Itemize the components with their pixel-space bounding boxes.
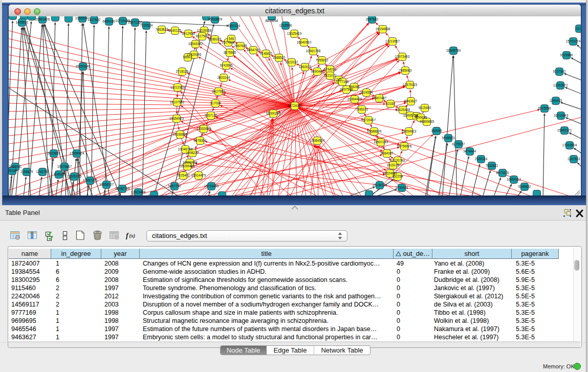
svg-text:10961758: 10961758 [306,49,321,53]
svg-text:9115460: 9115460 [419,106,431,110]
svg-text:15136141: 15136141 [373,183,387,187]
svg-text:12093872: 12093872 [553,83,568,87]
svg-text:18300295: 18300295 [266,112,281,115]
svg-text:9329966: 9329966 [560,53,573,57]
svg-text:7632621: 7632621 [486,164,498,167]
svg-text:1615172: 1615172 [387,163,400,167]
svg-text:16543382: 16543382 [188,42,203,46]
svg-text:8471676: 8471676 [496,171,509,174]
svg-text:12213369: 12213369 [170,85,185,89]
svg-text:16099489: 16099489 [183,161,198,164]
svg-text:8160125: 8160125 [169,29,182,32]
svg-text:9322037: 9322037 [286,60,298,64]
svg-text:(x): (x) [129,233,136,239]
svg-text:19654923: 19654923 [402,129,417,133]
svg-text:1167533: 1167533 [568,157,580,161]
svg-text:8813054: 8813054 [266,19,278,23]
svg-text:1588520: 1588520 [273,56,286,59]
svg-text:746266: 746266 [349,85,360,89]
svg-text:3267130: 3267130 [205,114,217,117]
svg-text:3875685: 3875685 [224,51,236,54]
svg-text:9146821: 9146821 [260,52,273,55]
svg-text:12213967: 12213967 [385,39,400,43]
svg-text:39159: 39159 [9,169,17,172]
svg-text:12923448: 12923448 [131,190,146,194]
svg-text:2935114: 2935114 [475,157,488,161]
svg-text:8186323: 8186323 [209,37,222,41]
svg-text:16154838: 16154838 [376,27,390,31]
svg-text:9327508: 9327508 [222,40,235,44]
svg-text:8454749: 8454749 [247,48,260,52]
svg-text:1498222: 1498222 [186,151,199,155]
svg-text:2020653: 2020653 [48,151,60,155]
svg-text:10688609: 10688609 [367,129,382,133]
svg-text:62160: 62160 [386,102,395,105]
svg-text:16107552: 16107552 [170,100,185,104]
svg-text:1242757: 1242757 [36,170,49,173]
svg-text:5938923: 5938923 [442,136,455,140]
svg-text:9890448: 9890448 [311,70,324,73]
svg-text:164095: 164095 [431,129,442,133]
svg-text:13353594: 13353594 [197,127,211,130]
svg-text:19654923: 19654923 [169,117,184,120]
svg-text:16120746: 16120746 [390,159,405,162]
svg-text:7625402: 7625402 [177,173,190,177]
svg-text:19975867: 19975867 [57,165,72,168]
svg-text:9227342: 9227342 [553,70,566,73]
svg-text:15716485: 15716485 [204,184,219,188]
svg-text:9084067: 9084067 [381,151,394,155]
svg-text:17957225: 17957225 [83,179,98,182]
svg-text:19756928: 19756928 [397,144,412,148]
svg-text:10654112: 10654112 [507,178,521,181]
svg-text:6179197: 6179197 [452,142,465,146]
svg-text:15692371: 15692371 [557,128,572,132]
svg-text:7463822: 7463822 [156,28,168,31]
svg-text:20691406: 20691406 [35,17,50,21]
svg-text:18907249: 18907249 [374,140,388,144]
svg-text:2803144: 2803144 [217,76,230,79]
svg-text:7386372: 7386372 [356,107,368,111]
svg-text:9474444: 9474444 [464,149,476,153]
svg-text:6794024: 6794024 [324,68,337,71]
svg-text:9327503: 9327503 [196,34,209,38]
svg-text:16914479: 16914479 [191,173,206,177]
svg-text:20364436: 20364436 [347,97,362,101]
svg-text:1527602: 1527602 [88,18,101,21]
svg-text:6466160: 6466160 [103,19,116,23]
svg-text:546: 546 [229,37,234,40]
svg-text:17359914: 17359914 [70,151,84,155]
svg-text:19166825: 19166825 [173,133,188,136]
svg-text:10807487: 10807487 [372,96,387,100]
svg-text:9463627: 9463627 [405,99,418,103]
svg-text:7485063: 7485063 [399,69,412,72]
svg-text:1156829: 1156829 [20,170,33,173]
svg-text:7955812: 7955812 [316,58,329,62]
svg-text:1733426: 1733426 [396,186,408,189]
svg-text:13226058: 13226058 [197,29,212,32]
svg-text:1244415: 1244415 [550,99,562,102]
svg-text:2055061: 2055061 [9,165,22,168]
svg-text:f: f [126,232,129,239]
svg-text:17016504: 17016504 [562,143,577,147]
svg-text:10025438: 10025438 [396,108,410,112]
svg-text:19384554: 19384554 [310,139,325,142]
svg-text:16782759: 16782759 [115,187,130,190]
svg-text:16640910: 16640910 [297,40,312,44]
svg-text:10973493: 10973493 [395,55,410,58]
svg-text:1218506: 1218506 [279,24,292,27]
svg-text:1362615: 1362615 [299,65,312,69]
svg-text:3824554: 3824554 [360,91,373,94]
svg-text:20053346: 20053346 [76,64,91,68]
svg-text:9699695: 9699695 [415,116,427,119]
svg-text:16210643: 16210643 [554,114,569,117]
svg-text:6912955: 6912955 [182,32,195,35]
svg-text:16033809: 16033809 [208,17,223,21]
svg-text:1621072: 1621072 [324,74,337,77]
svg-text:18724007: 18724007 [288,104,302,107]
svg-text:98901: 98901 [183,55,192,59]
svg-text:9242845: 9242845 [220,63,233,67]
svg-text:12505135: 12505135 [67,174,82,178]
svg-text:8678354: 8678354 [194,139,207,142]
svg-text:7357224: 7357224 [228,24,241,28]
svg-text:2967608: 2967608 [234,44,247,48]
